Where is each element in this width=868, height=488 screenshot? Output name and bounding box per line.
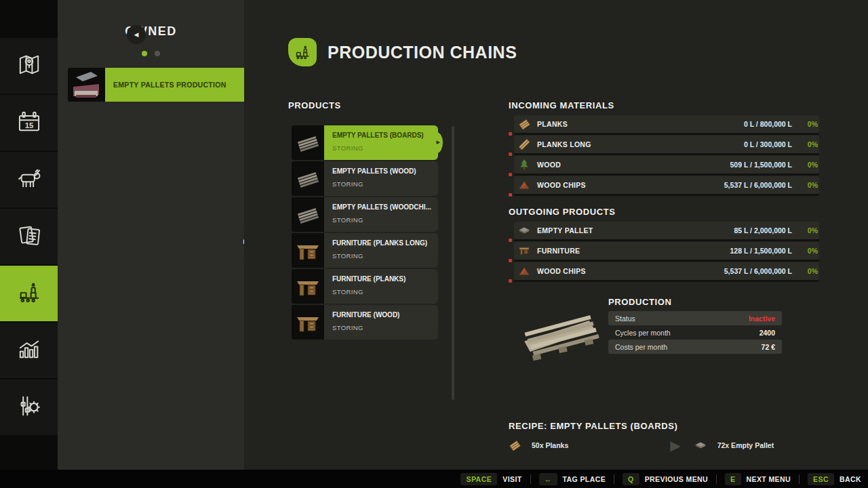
production-status-row: Status Inactive bbox=[608, 311, 782, 325]
animals-icon bbox=[14, 163, 44, 196]
production-costs-row: Costs per month 72 € bbox=[608, 340, 782, 354]
product-row: WOOD CHIPS 5,537 L / 6,000,000 L 0% bbox=[509, 262, 819, 282]
outgoing-products-title: OUTGOING PRODUCTS bbox=[509, 207, 616, 217]
fill-marker bbox=[509, 279, 512, 283]
product-item[interactable]: EMPTY PALLETS (BOARDS)STORING▶ bbox=[292, 125, 438, 160]
product-row: EMPTY PALLET 85 L / 2,000,000 L 0% bbox=[509, 222, 819, 241]
map-icon bbox=[14, 49, 44, 82]
wood-chips-icon bbox=[518, 179, 530, 191]
page-title: PRODUCTION CHAINS bbox=[328, 43, 517, 62]
owned-panel: OWNED ◀ ▶ EMPTY PALLETS PRODUCTION ▶ bbox=[58, 0, 244, 470]
esc-key: ESC bbox=[808, 473, 834, 485]
products-section-title: PRODUCTS bbox=[288, 100, 341, 110]
production-chains-page-icon bbox=[288, 38, 317, 66]
page-dot bbox=[155, 51, 160, 56]
pallet-icon bbox=[694, 439, 707, 451]
production-cycles-row: Cycles per month 2400 bbox=[608, 325, 782, 340]
pallet-thumb-icon bbox=[292, 197, 324, 232]
fill-level-bar bbox=[514, 280, 819, 282]
separator bbox=[716, 474, 717, 484]
input-help-bar: SPACE VISIT ↔ TAG PLACE Q PREVIOUS MENU … bbox=[0, 470, 868, 488]
product-item[interactable]: EMPTY PALLETS (WOOD)STORING bbox=[292, 161, 438, 196]
sidebar: 15 ▶ bbox=[0, 0, 58, 470]
fill-level-bar bbox=[514, 260, 819, 262]
pallet-icon bbox=[518, 224, 530, 237]
e-key: E bbox=[725, 473, 741, 485]
sidebar-item-animals[interactable] bbox=[0, 152, 58, 208]
status-value: Inactive bbox=[749, 314, 775, 323]
product-status: STORING bbox=[332, 252, 363, 260]
production-chains-screen: 15 ▶ bbox=[0, 0, 868, 488]
owned-item-empty-pallets-production[interactable]: EMPTY PALLETS PRODUCTION ▶ bbox=[68, 68, 271, 102]
fill-level-bar bbox=[514, 239, 819, 241]
sidebar-item-settings[interactable] bbox=[0, 380, 58, 436]
selected-product-image bbox=[514, 297, 602, 377]
planks-icon bbox=[509, 439, 521, 451]
owned-item-thumbnail bbox=[68, 68, 105, 102]
space-key: SPACE bbox=[460, 473, 497, 485]
calendar-day: 15 bbox=[24, 121, 33, 129]
product-status: STORING bbox=[332, 180, 363, 188]
product-item[interactable]: FURNITURE (PLANKS LONG)STORING bbox=[292, 233, 438, 268]
product-name: FURNITURE (PLANKS) bbox=[332, 275, 433, 283]
mouse-axis-icon: ↔ bbox=[539, 473, 557, 485]
separator bbox=[614, 474, 614, 484]
separator bbox=[530, 474, 531, 484]
owned-prev-page-button[interactable]: ◀ bbox=[127, 25, 146, 44]
product-item[interactable]: EMPTY PALLETS (WOODCHI...STORING bbox=[292, 197, 438, 232]
action-next-menu[interactable]: E NEXT MENU bbox=[725, 473, 791, 485]
sidebar-item-finances[interactable] bbox=[0, 209, 58, 265]
separator bbox=[799, 474, 800, 484]
action-visit[interactable]: SPACE VISIT bbox=[460, 473, 521, 485]
fill-level-bar bbox=[514, 174, 819, 176]
finances-icon bbox=[14, 220, 44, 253]
production-info-table: Status Inactive Cycles per month 2400 Co… bbox=[608, 311, 782, 354]
settings-icon bbox=[14, 391, 44, 424]
product-status: STORING bbox=[332, 216, 363, 224]
action-back[interactable]: ESC BACK bbox=[808, 473, 861, 485]
planks-long-icon bbox=[518, 138, 530, 150]
owned-item-label: EMPTY PALLETS PRODUCTION bbox=[113, 68, 256, 102]
products-scrollbar[interactable] bbox=[452, 126, 454, 400]
product-name: FURNITURE (PLANKS LONG) bbox=[332, 239, 433, 247]
product-name: FURNITURE (WOOD) bbox=[332, 311, 433, 319]
planks-icon bbox=[518, 118, 530, 130]
pallet-thumb-icon bbox=[292, 125, 324, 160]
q-key: Q bbox=[623, 473, 639, 485]
fill-marker bbox=[509, 193, 512, 197]
product-row: FURNITURE 128 L / 1,500,000 L 0% bbox=[509, 242, 819, 262]
pallet-thumb-icon bbox=[292, 161, 324, 196]
fill-level-bar bbox=[514, 133, 819, 135]
action-tag-place[interactable]: ↔ TAG PLACE bbox=[539, 473, 606, 485]
product-status: STORING bbox=[332, 324, 363, 331]
wood-chips-icon bbox=[518, 265, 530, 277]
main-content: PRODUCTION CHAINS PRODUCTS EMPTY PALLETS… bbox=[244, 0, 868, 470]
recipe-arrow-icon: ▶ bbox=[670, 439, 680, 452]
fill-level-bar bbox=[514, 153, 819, 155]
product-name: EMPTY PALLETS (WOODCHI... bbox=[332, 203, 433, 211]
material-row: PLANKS 0 L / 800,000 L 0% bbox=[509, 115, 819, 135]
sidebar-item-statistics[interactable] bbox=[0, 323, 58, 379]
sidebar-item-map[interactable] bbox=[0, 38, 58, 94]
material-row: PLANKS LONG 0 L / 300,000 L 0% bbox=[509, 136, 819, 155]
fill-level-bar bbox=[514, 194, 819, 196]
recipe-title: RECIPE: EMPTY PALLETS (BOARDS) bbox=[509, 421, 677, 431]
sidebar-item-production-chains[interactable] bbox=[0, 266, 58, 322]
furniture-thumb-icon bbox=[292, 233, 324, 268]
recipe-input: 50x Planks bbox=[532, 441, 568, 449]
sidebar-item-calendar[interactable]: 15 bbox=[0, 95, 58, 151]
product-item[interactable]: FURNITURE (WOOD)STORING bbox=[292, 305, 438, 340]
furniture-icon bbox=[518, 245, 530, 257]
furniture-thumb-icon bbox=[292, 269, 324, 304]
product-name: EMPTY PALLETS (WOOD) bbox=[332, 167, 433, 175]
material-row: WOOD CHIPS 5,537 L / 6,000,000 L 0% bbox=[509, 176, 819, 196]
tree-icon bbox=[518, 159, 530, 171]
calendar-icon: 15 bbox=[14, 106, 44, 139]
page-dot-active bbox=[142, 51, 147, 56]
recipe-output: 72x Empty Pallet bbox=[717, 441, 774, 449]
page-dots bbox=[58, 47, 244, 59]
production-section-title: PRODUCTION bbox=[608, 297, 671, 307]
action-previous-menu[interactable]: Q PREVIOUS MENU bbox=[623, 473, 708, 485]
product-item[interactable]: FURNITURE (PLANKS)STORING bbox=[292, 269, 438, 304]
selected-arrow-icon: ▶ bbox=[437, 140, 440, 145]
